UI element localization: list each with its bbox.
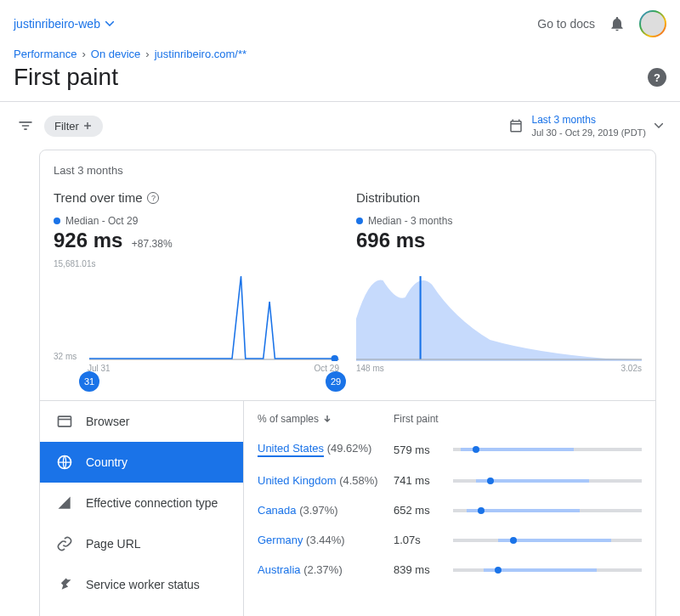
row-bar xyxy=(453,568,642,572)
col-header-samples[interactable]: % of samples xyxy=(258,413,394,425)
dimension-label: Country xyxy=(86,455,128,469)
plus-icon xyxy=(82,121,93,131)
date-range-selector[interactable]: Last 3 months Jul 30 - Oct 29, 2019 (PDT… xyxy=(508,114,664,138)
project-selector[interactable]: justinribeiro-web xyxy=(14,17,114,31)
trend-title: Trend over time xyxy=(54,190,142,205)
caret-down-icon xyxy=(654,123,663,128)
dimension-label: Page URL xyxy=(86,537,141,551)
dimension-label: Browser xyxy=(86,415,129,428)
dimension-label: Service worker status xyxy=(86,578,200,591)
row-label[interactable]: United Kingdom (4.58%) xyxy=(258,474,394,487)
col-header-paint[interactable]: First paint xyxy=(394,413,453,425)
breadcrumb-item[interactable]: On device xyxy=(91,48,141,60)
dist-legend: Median - 3 months xyxy=(368,215,452,227)
dimension-country[interactable]: Country xyxy=(40,442,243,483)
help-icon[interactable]: ? xyxy=(648,68,666,87)
table-row: Australia (2.37%)839 ms xyxy=(244,555,655,585)
date-chip[interactable]: 31 xyxy=(79,371,99,392)
page-title: First paint xyxy=(14,64,118,91)
row-value: 741 ms xyxy=(394,474,453,487)
table-row: United States (49.62%)579 ms xyxy=(244,433,655,466)
dist-area xyxy=(356,259,642,361)
date-range-sub: Jul 30 - Oct 29, 2019 (PDT) xyxy=(532,127,647,138)
avatar[interactable] xyxy=(639,10,666,37)
row-label[interactable]: Canada (3.97%) xyxy=(258,504,394,517)
card-period: Last 3 months xyxy=(40,150,655,190)
metrics-card: Last 3 months Trend over time ? Median -… xyxy=(39,150,656,616)
dimension-list: BrowserCountryEffective connection typeP… xyxy=(40,401,244,616)
date-chip[interactable]: 29 xyxy=(326,371,346,392)
ect-icon xyxy=(55,494,74,511)
filter-pill[interactable]: Filter xyxy=(44,116,103,137)
caret-down-icon xyxy=(105,21,114,26)
trend-legend: Median - Oct 29 xyxy=(65,215,138,227)
info-icon[interactable]: ? xyxy=(147,192,159,204)
calendar-icon xyxy=(508,118,524,133)
svg-point-1 xyxy=(332,355,338,361)
trend-value: 926 ms xyxy=(54,229,122,251)
date-range-label: Last 3 months xyxy=(532,114,647,126)
row-label[interactable]: United States (49.62%) xyxy=(258,442,394,457)
x-axis-label: 3.02s xyxy=(621,364,642,373)
row-bar xyxy=(453,509,642,512)
row-bar xyxy=(453,539,642,542)
x-axis-label: 148 ms xyxy=(356,364,384,373)
dimension-url[interactable]: Page URL xyxy=(40,523,243,564)
trend-chart: Trend over time ? Median - Oct 29 926 ms… xyxy=(54,190,339,361)
y-axis-label: 32 ms xyxy=(54,352,76,361)
row-bar xyxy=(453,479,642,483)
dimension-ect[interactable]: Effective connection type xyxy=(40,483,243,523)
table-row: Germany (3.44%)1.07s xyxy=(244,525,655,555)
table-row: Canada (3.97%)652 ms xyxy=(244,495,655,525)
row-value: 1.07s xyxy=(394,534,453,546)
legend-dot-icon xyxy=(54,218,60,224)
country-icon xyxy=(55,454,74,471)
filter-icon[interactable] xyxy=(17,117,34,134)
arrow-down-icon xyxy=(322,414,332,424)
dimension-sw[interactable]: Service worker status xyxy=(40,564,243,605)
chevron-right-icon: › xyxy=(145,48,149,60)
dist-value: 696 ms xyxy=(356,229,425,251)
browser-icon xyxy=(55,413,74,430)
table-row: United Kingdom (4.58%)741 ms xyxy=(244,466,655,495)
breadcrumb: Performance › On device › justinribeiro.… xyxy=(14,48,666,60)
row-bar xyxy=(453,448,642,451)
chevron-right-icon: › xyxy=(82,48,85,60)
y-axis-label: 15,681.01s xyxy=(54,259,96,268)
project-name: justinribeiro-web xyxy=(14,17,100,31)
bell-icon[interactable] xyxy=(609,15,626,32)
row-value: 839 ms xyxy=(394,563,453,576)
docs-link[interactable]: Go to docs xyxy=(537,17,595,31)
dimension-browser[interactable]: Browser xyxy=(40,401,243,442)
trend-delta: +87.38% xyxy=(132,238,173,250)
row-value: 652 ms xyxy=(394,504,453,517)
dimension-vis[interactable]: Page visibility state xyxy=(40,605,243,616)
trend-sparkline xyxy=(54,259,339,361)
row-value: 579 ms xyxy=(394,444,453,456)
svg-rect-4 xyxy=(59,416,71,427)
breadcrumb-item[interactable]: justinribeiro.com/** xyxy=(155,48,246,60)
sw-icon xyxy=(55,576,74,593)
legend-dot-icon xyxy=(356,218,363,224)
dimension-label: Effective connection type xyxy=(86,496,218,510)
filter-label: Filter xyxy=(54,120,79,133)
row-label[interactable]: Australia (2.37%) xyxy=(258,563,394,576)
url-icon xyxy=(55,535,74,552)
dist-title: Distribution xyxy=(356,190,420,205)
breadcrumb-item[interactable]: Performance xyxy=(14,48,76,60)
row-label[interactable]: Germany (3.44%) xyxy=(258,534,394,546)
distribution-chart: Distribution Median - 3 months 696 ms 14… xyxy=(356,190,642,361)
